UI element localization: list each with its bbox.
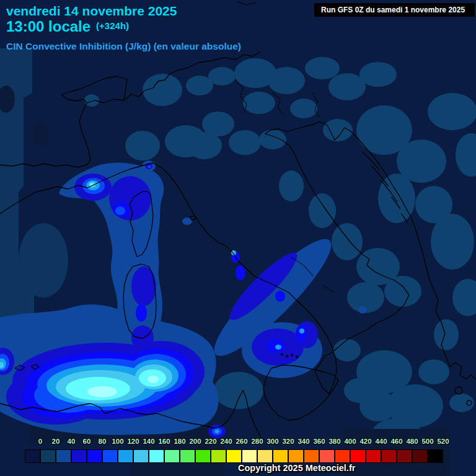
color-scale-legend: 0204060801001201401601802002202402602803… xyxy=(25,436,443,464)
forecast-offset: (+324h) xyxy=(96,20,129,31)
legend-cell: 20 xyxy=(40,436,56,464)
legend-swatch xyxy=(71,449,87,463)
legend-cell: 340 xyxy=(288,436,304,464)
legend-cell: 520 xyxy=(428,436,443,464)
legend-swatch xyxy=(319,449,335,463)
legend-swatch xyxy=(195,449,211,463)
legend-cell: 500 xyxy=(412,436,428,464)
legend-swatch xyxy=(366,449,381,463)
legend-tick-label: 520 xyxy=(437,438,449,445)
legend-swatch xyxy=(428,449,443,463)
legend-swatch xyxy=(226,449,242,463)
legend-cell: 220 xyxy=(195,436,211,464)
legend-cell: 260 xyxy=(226,436,242,464)
legend-swatch xyxy=(164,449,180,463)
legend-swatch xyxy=(273,449,288,463)
date-label: vendredi 14 novembre 2025 xyxy=(6,4,177,19)
legend-cell: 400 xyxy=(335,436,350,464)
legend-swatch xyxy=(149,449,164,463)
legend-swatch xyxy=(102,449,118,463)
legend-cell: 100 xyxy=(102,436,118,464)
legend-swatch xyxy=(350,449,366,463)
legend-swatch xyxy=(211,449,226,463)
legend-swatch xyxy=(40,449,56,463)
legend-cell: 60 xyxy=(71,436,87,464)
legend-cell: 180 xyxy=(164,436,180,464)
legend-cell: 120 xyxy=(118,436,133,464)
legend-swatch xyxy=(180,449,195,463)
legend-cell: 0 xyxy=(25,436,40,464)
legend-swatch xyxy=(304,449,319,463)
legend-cell: 320 xyxy=(273,436,288,464)
legend-cell: 280 xyxy=(242,436,257,464)
legend-swatch xyxy=(288,449,304,463)
legend-swatch xyxy=(118,449,133,463)
legend-cell: 460 xyxy=(381,436,397,464)
legend-cell: 440 xyxy=(366,436,381,464)
legend-cell: 480 xyxy=(397,436,412,464)
legend-swatch xyxy=(133,449,149,463)
legend-cell: 80 xyxy=(87,436,102,464)
legend-cell: 240 xyxy=(211,436,226,464)
legend-swatch xyxy=(25,449,40,463)
legend-cell: 40 xyxy=(56,436,71,464)
legend-swatch xyxy=(56,449,71,463)
legend-swatch xyxy=(397,449,412,463)
weather-map-canvas: vendredi 14 novembre 2025 13:00 locale(+… xyxy=(0,0,476,476)
legend-cell: 360 xyxy=(304,436,319,464)
legend-cell: 140 xyxy=(133,436,149,464)
run-info-box: Run GFS 0Z du samedi 1 novembre 2025 xyxy=(314,3,475,17)
legend-swatch xyxy=(335,449,350,463)
legend-cell: 420 xyxy=(350,436,366,464)
cin-map xyxy=(0,0,476,476)
legend-swatch xyxy=(381,449,397,463)
legend-cell: 160 xyxy=(149,436,164,464)
time-label: 13:00 locale(+324h) xyxy=(6,18,129,35)
legend-cell: 200 xyxy=(180,436,195,464)
local-time: 13:00 locale xyxy=(6,18,90,35)
legend-swatch xyxy=(87,449,102,463)
legend-swatch xyxy=(242,449,257,463)
copyright-label: Copyright 2025 Meteociel.fr xyxy=(238,463,355,473)
legend-cell: 300 xyxy=(257,436,273,464)
parameter-title: CIN Convective Inhibition (J/kg) (en val… xyxy=(6,41,241,52)
legend-swatch xyxy=(257,449,273,463)
legend-cell: 380 xyxy=(319,436,335,464)
legend-swatch xyxy=(412,449,428,463)
